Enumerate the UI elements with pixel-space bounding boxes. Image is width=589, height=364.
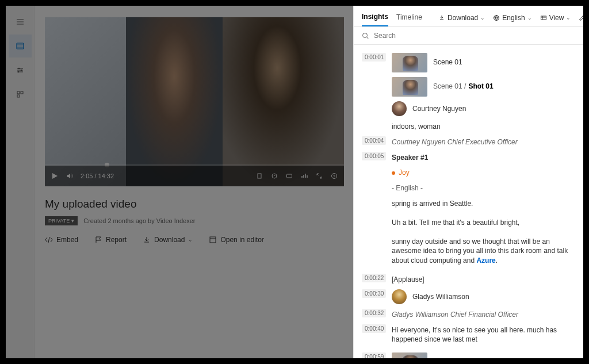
report-label: Report xyxy=(106,236,127,244)
video-time: 2:05 / 14:32 xyxy=(81,173,114,179)
sidebar-menu[interactable] xyxy=(9,10,32,33)
tab-insights[interactable]: Insights xyxy=(362,9,388,26)
volume-icon[interactable] xyxy=(66,172,74,180)
svg-point-1 xyxy=(18,68,20,70)
svg-rect-6 xyxy=(17,95,20,97)
shot-label: Scene 01 / Shot 02 xyxy=(433,352,494,358)
search-input[interactable] xyxy=(374,32,575,40)
timestamp[interactable]: 0:00:32 xyxy=(362,309,386,317)
shot-thumbnail[interactable] xyxy=(392,352,427,358)
play-icon[interactable] xyxy=(51,172,59,180)
azure-link[interactable]: Azure xyxy=(476,256,495,265)
person-avatar[interactable] xyxy=(392,289,407,304)
open-editor-button[interactable]: Open in editor xyxy=(209,236,263,244)
timestamp[interactable]: 0:00:05 xyxy=(362,152,386,160)
transcript-line: Uh a bit. Tell me that it's a beautiful … xyxy=(392,217,519,228)
report-button[interactable]: Report xyxy=(94,236,127,244)
privacy-badge-label: PRIVATE xyxy=(48,218,70,224)
embed-button[interactable]: Embed xyxy=(45,236,78,244)
panel-language-label: English xyxy=(502,14,525,22)
panel-view-label: View xyxy=(549,14,564,22)
flag-icon xyxy=(94,236,102,244)
svg-rect-9 xyxy=(287,174,292,178)
privacy-badge[interactable]: PRIVATE ▾ xyxy=(45,216,78,225)
language-marker: - English - xyxy=(392,182,423,193)
timestamp[interactable]: 0:00:30 xyxy=(362,289,386,298)
panel-download[interactable]: Download ⌄ xyxy=(438,14,485,22)
film-icon xyxy=(16,41,25,51)
sound-event: [Applause] xyxy=(392,274,424,285)
speaker-label: Speaker #1 xyxy=(392,152,428,163)
video-controls: 2:05 / 14:32 ? xyxy=(45,166,344,186)
pencil-icon xyxy=(579,14,583,21)
video-meta: Created 2 months ago by Video Indexer xyxy=(83,217,195,224)
widget-icon xyxy=(16,90,25,99)
transcript-line: sunny day outside and so we thought that… xyxy=(392,236,575,266)
download-label: Download xyxy=(154,236,185,244)
svg-rect-5 xyxy=(21,91,23,94)
download-icon xyxy=(438,14,445,21)
tags: indoors, woman xyxy=(392,121,441,132)
person-name: Courtney Nguyen xyxy=(412,101,466,114)
speed-icon[interactable] xyxy=(270,172,278,180)
open-editor-label: Open in editor xyxy=(220,236,263,244)
shot-label: Scene 01 / Shot 01 xyxy=(433,77,494,91)
sidebar-filters[interactable] xyxy=(9,59,32,82)
panel-language[interactable]: English ⌄ xyxy=(493,14,531,22)
shot-thumbnail[interactable] xyxy=(392,77,427,97)
quality-icon[interactable] xyxy=(300,172,308,180)
sidebar-widget[interactable] xyxy=(9,83,32,106)
svg-text:?: ? xyxy=(333,175,335,178)
embed-icon xyxy=(45,236,53,244)
chevron-down-icon: ⌄ xyxy=(188,237,193,243)
sidebar-video[interactable] xyxy=(9,35,32,58)
help-icon[interactable]: ? xyxy=(330,172,338,180)
insights-panel: Insights Timeline Download ⌄ English ⌄ V… xyxy=(353,6,583,358)
ocr-text: Gladys Williamson Chief Financial Office… xyxy=(392,309,518,320)
ocr-text: Courtney Nguyen Chief Executive Officer xyxy=(392,136,518,147)
fullscreen-icon[interactable] xyxy=(315,172,323,180)
tab-timeline[interactable]: Timeline xyxy=(396,10,422,26)
person-name: Gladys Williamson xyxy=(412,289,469,302)
main-content: 2:05 / 14:32 ? My uploaded video PRIVATE xyxy=(35,6,353,358)
insights-list[interactable]: 0:00:01 Scene 01 Scene 01 / Shot 01 Cour… xyxy=(354,45,583,358)
video-player[interactable]: 2:05 / 14:32 ? xyxy=(45,17,344,186)
panel-download-label: Download xyxy=(448,14,478,22)
video-title: My uploaded video xyxy=(45,198,347,210)
svg-rect-12 xyxy=(210,237,216,243)
panel-edit[interactable]: Edit xyxy=(579,14,583,22)
person-avatar[interactable] xyxy=(392,101,407,116)
editor-icon xyxy=(209,236,217,244)
transcript-line: spring is arrived in Seattle. xyxy=(392,198,473,209)
svg-point-3 xyxy=(17,71,19,73)
emotion-joy: Joy xyxy=(392,167,410,178)
aspect-icon[interactable] xyxy=(255,172,263,180)
svg-rect-14 xyxy=(541,16,546,20)
scene-label: Scene 01 xyxy=(433,53,462,67)
timestamp[interactable]: 0:00:04 xyxy=(362,136,386,145)
timestamp[interactable]: 0:00:59 xyxy=(362,352,386,358)
svg-rect-0 xyxy=(17,43,24,49)
panel-view[interactable]: View ⌄ xyxy=(540,14,571,22)
svg-rect-4 xyxy=(17,91,20,94)
sidebar xyxy=(6,6,35,358)
view-icon xyxy=(540,14,547,21)
search-icon xyxy=(362,32,369,40)
timestamp[interactable]: 0:00:40 xyxy=(362,324,386,333)
search-row xyxy=(354,27,583,45)
download-icon xyxy=(143,236,151,244)
globe-icon xyxy=(493,14,500,21)
download-button[interactable]: Download ⌄ xyxy=(143,236,193,244)
chevron-down-icon: ⌄ xyxy=(480,15,485,21)
panel-tabs: Insights Timeline Download ⌄ English ⌄ V… xyxy=(354,6,583,27)
svg-point-15 xyxy=(363,33,368,37)
svg-point-2 xyxy=(20,70,22,71)
timestamp[interactable]: 0:00:22 xyxy=(362,274,386,282)
scene-thumbnail[interactable] xyxy=(392,53,427,72)
menu-icon xyxy=(16,17,25,26)
timestamp[interactable]: 0:00:01 xyxy=(362,53,386,62)
svg-rect-7 xyxy=(258,174,261,178)
chevron-down-icon: ⌄ xyxy=(566,15,571,21)
captions-icon[interactable] xyxy=(285,172,293,180)
chevron-down-icon: ▾ xyxy=(71,218,74,224)
